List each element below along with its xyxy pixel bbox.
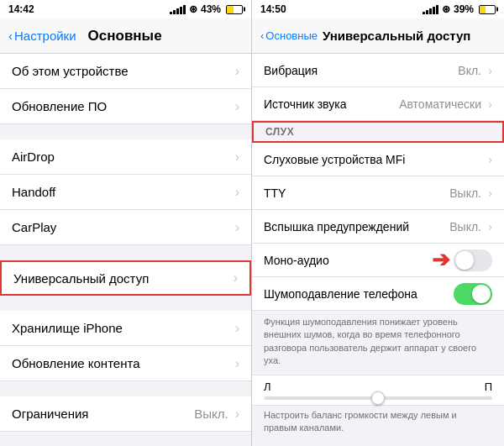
settings-row-update[interactable]: Обновление ПО › bbox=[0, 89, 251, 124]
chevron-sound: › bbox=[488, 97, 492, 111]
chevron-update: › bbox=[235, 99, 239, 114]
row-label-about: Об этом устройстве bbox=[12, 64, 129, 78]
arrow-icon-mono: ➔ bbox=[432, 247, 450, 273]
back-label-right: Основные bbox=[265, 29, 318, 42]
nav-title-right: Универсальный доступ bbox=[323, 29, 470, 43]
balance-thumb bbox=[371, 391, 385, 405]
nav-title-left: Основные bbox=[88, 28, 162, 45]
status-icons-left: ⊛ 43% bbox=[170, 3, 243, 15]
status-bar-left: 14:42 ⊛ 43% bbox=[0, 0, 251, 18]
right-row-led[interactable]: Вспышка предупреждений Выкл. › bbox=[252, 210, 504, 244]
settings-row-storage[interactable]: Хранилище iPhone › bbox=[0, 311, 251, 346]
gap-3 bbox=[0, 296, 251, 311]
chevron-accessibility: › bbox=[234, 270, 238, 286]
tty-value: Выкл. bbox=[449, 186, 481, 200]
vibration-right: Вкл. › bbox=[458, 63, 492, 77]
led-label: Вспышка предупреждений bbox=[264, 220, 409, 233]
back-chevron-right: ‹ bbox=[260, 29, 264, 42]
vibration-label: Вибрация bbox=[264, 64, 318, 77]
chevron-airdrop: › bbox=[235, 150, 239, 165]
gap-4 bbox=[0, 381, 251, 396]
led-right: Выкл. › bbox=[449, 219, 492, 233]
status-bar-right: 14:50 ⊛ 39% bbox=[252, 0, 504, 18]
chevron-about: › bbox=[235, 64, 239, 79]
gap-2 bbox=[0, 245, 251, 260]
back-label-left: Настройки bbox=[14, 29, 76, 43]
chevron-restrictions: › bbox=[235, 407, 239, 422]
settings-row-content[interactable]: Обновление контента › bbox=[0, 346, 251, 381]
chevron-handoff: › bbox=[235, 185, 239, 200]
vibration-value: Вкл. bbox=[458, 64, 481, 77]
wifi-icon-left: ⊛ bbox=[189, 3, 197, 15]
restrictions-right: Выкл. › bbox=[194, 407, 239, 422]
time-left: 14:42 bbox=[8, 3, 34, 15]
mono-audio-toggle[interactable] bbox=[454, 249, 492, 271]
hearing-devices-label: Слуховые устройства MFi bbox=[264, 153, 405, 166]
battery-icon-left bbox=[226, 5, 243, 14]
left-panel: 14:42 ⊛ 43% ‹ Настройки Основные О bbox=[0, 0, 252, 446]
sound-right: Автоматически › bbox=[399, 97, 492, 111]
right-row-sound[interactable]: Источник звука Автоматически › bbox=[252, 87, 504, 121]
settings-row-airdrop[interactable]: AirDrop › bbox=[0, 139, 251, 175]
back-button-left[interactable]: ‹ Настройки bbox=[8, 29, 76, 43]
balance-slider[interactable] bbox=[264, 396, 492, 400]
nav-bar-right: ‹ Основные Универсальный доступ bbox=[252, 18, 504, 54]
right-row-noise-cancel[interactable]: Шумоподавление телефона bbox=[252, 277, 504, 311]
right-row-hearing-devices[interactable]: Слуховые устройства MFi › bbox=[252, 143, 504, 176]
chevron-tty: › bbox=[488, 186, 492, 200]
row-label-accessibility: Универсальный доступ bbox=[13, 271, 149, 286]
right-settings-list: Вибрация Вкл. › Источник звука Автоматич… bbox=[252, 54, 504, 446]
settings-list-left: Об этом устройстве › Обновление ПО › Air… bbox=[0, 54, 251, 446]
row-label-carplay: CarPlay bbox=[12, 220, 56, 234]
noise-cancel-description: Функция шумоподавления понижает уровень … bbox=[252, 311, 504, 375]
noise-cancel-label: Шумоподавление телефона bbox=[264, 287, 417, 301]
settings-row-handoff[interactable]: Handoff › bbox=[0, 175, 251, 210]
mono-audio-label: Моно-аудио bbox=[264, 254, 329, 267]
chevron-carplay: › bbox=[235, 220, 239, 235]
signal-icon-left bbox=[170, 5, 186, 14]
settings-row-about[interactable]: Об этом устройстве › bbox=[0, 54, 251, 89]
right-row-vibration[interactable]: Вибрация Вкл. › bbox=[252, 54, 504, 87]
row-label-restrictions: Ограничения bbox=[12, 407, 88, 421]
row-label-storage: Хранилище iPhone bbox=[12, 321, 123, 335]
row-label-airdrop: AirDrop bbox=[12, 150, 55, 164]
section-header-hearing: СЛУХ bbox=[252, 121, 504, 143]
back-button-right[interactable]: ‹ Основные bbox=[260, 29, 318, 42]
settings-row-restrictions[interactable]: Ограничения Выкл. › bbox=[0, 396, 251, 432]
time-right: 14:50 bbox=[260, 3, 286, 15]
chevron-storage: › bbox=[235, 321, 239, 336]
battery-percent-right: 39% bbox=[454, 3, 474, 15]
chevron-led: › bbox=[488, 219, 492, 233]
battery-icon-right bbox=[479, 5, 496, 14]
toggle-thumb-noise bbox=[472, 285, 491, 303]
toggle-thumb-mono bbox=[455, 251, 474, 270]
signal-icon-right bbox=[423, 5, 438, 14]
nav-bar-left: ‹ Настройки Основные bbox=[0, 18, 251, 54]
led-value: Выкл. bbox=[449, 220, 481, 233]
battery-percent-left: 43% bbox=[201, 3, 221, 15]
chevron-hearing-devices: › bbox=[488, 152, 492, 166]
right-row-tty[interactable]: TTY Выкл. › bbox=[252, 176, 504, 210]
balance-row: Л П bbox=[252, 375, 504, 406]
gap-1 bbox=[0, 124, 251, 139]
noise-cancel-toggle[interactable] bbox=[454, 283, 492, 305]
chevron-content: › bbox=[235, 356, 239, 371]
balance-right-label: П bbox=[485, 380, 492, 393]
mono-audio-right: ➔ bbox=[432, 247, 492, 273]
right-row-mono-audio[interactable]: Моно-аудио ➔ bbox=[252, 244, 504, 277]
right-panel: 14:50 ⊛ 39% ‹ Основные Универсальный дос… bbox=[252, 0, 504, 446]
row-label-update: Обновление ПО bbox=[12, 99, 107, 113]
tty-right: Выкл. › bbox=[449, 186, 492, 200]
section-header-label: СЛУХ bbox=[265, 126, 294, 138]
wifi-icon-right: ⊛ bbox=[442, 3, 450, 15]
row-label-handoff: Handoff bbox=[12, 185, 55, 199]
balance-left-label: Л bbox=[264, 380, 271, 393]
balance-description: Настроить баланс громкости между левым и… bbox=[252, 406, 504, 438]
sound-value: Автоматически bbox=[399, 97, 481, 111]
tty-label: TTY bbox=[264, 186, 286, 200]
sound-label: Источник звука bbox=[264, 97, 346, 111]
restrictions-value: Выкл. bbox=[194, 407, 228, 421]
chevron-vibration: › bbox=[488, 63, 492, 77]
settings-row-carplay[interactable]: CarPlay › bbox=[0, 210, 251, 245]
settings-row-accessibility[interactable]: Универсальный доступ › bbox=[0, 260, 251, 296]
